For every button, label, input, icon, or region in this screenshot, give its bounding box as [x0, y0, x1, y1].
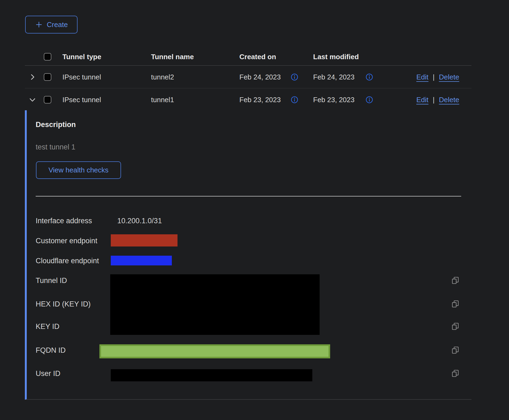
header-last-modified: Last modified	[313, 53, 359, 61]
cloudflare-endpoint-label: Cloudflare endpoint	[36, 256, 99, 266]
edit-link[interactable]: Edit	[416, 73, 428, 81]
tunnel-details-panel: Description test tunnel 1 View health ch…	[25, 110, 471, 400]
row-checkbox[interactable]	[44, 73, 51, 81]
table-header-row: Tunnel type Tunnel name Created on Last …	[25, 48, 471, 66]
customer-endpoint-redaction	[111, 234, 178, 246]
info-icon[interactable]	[290, 96, 299, 104]
key-id-label: KEY ID	[36, 321, 59, 332]
delete-link[interactable]: Delete	[439, 95, 459, 104]
created-on-cell: Feb 23, 2023	[239, 95, 281, 104]
info-icon[interactable]	[290, 73, 299, 81]
copy-icon	[451, 322, 460, 331]
description-label: Description	[36, 119, 76, 130]
tunnel-name-cell: tunnel1	[151, 95, 174, 104]
fqdn-id-label: FQDN ID	[36, 345, 66, 355]
plus-icon	[35, 21, 43, 29]
created-on-cell: Feb 24, 2023	[239, 73, 281, 81]
fqdn-id-redaction	[99, 344, 330, 358]
view-health-checks-button[interactable]: View health checks	[36, 161, 121, 179]
user-id-label: User ID	[36, 368, 61, 379]
create-button-label: Create	[47, 21, 68, 29]
section-divider	[36, 196, 461, 196]
create-button[interactable]: Create	[25, 16, 78, 34]
header-tunnel-type: Tunnel type	[62, 53, 101, 61]
tunnel-type-cell: IPsec tunnel	[62, 95, 101, 104]
hex-id-label: HEX ID (KEY ID)	[36, 299, 91, 309]
user-id-redaction	[111, 369, 312, 381]
interface-address-value: 10.200.1.0/31	[117, 216, 162, 226]
copy-user-id-button[interactable]	[451, 369, 460, 378]
tunnel-name-cell: tunnel2	[151, 73, 174, 81]
copy-fqdn-id-button[interactable]	[451, 346, 460, 355]
copy-icon	[451, 300, 460, 308]
last-modified-cell: Feb 24, 2023	[313, 73, 354, 81]
last-modified-cell: Feb 23, 2023	[313, 95, 354, 104]
edit-link[interactable]: Edit	[416, 95, 428, 104]
description-value: test tunnel 1	[36, 142, 75, 152]
ids-redaction	[110, 274, 320, 335]
tunnel-id-label: Tunnel ID	[36, 275, 67, 286]
chevron-down-icon[interactable]	[28, 95, 37, 104]
cloudflare-endpoint-redaction	[111, 256, 172, 265]
copy-icon	[451, 276, 460, 285]
header-created-on: Created on	[239, 53, 276, 61]
info-icon[interactable]	[365, 96, 373, 104]
interface-address-label: Interface address	[36, 216, 92, 226]
copy-icon	[451, 346, 460, 355]
info-icon[interactable]	[365, 73, 373, 81]
delete-link[interactable]: Delete	[439, 73, 459, 81]
row-checkbox[interactable]	[44, 96, 51, 104]
copy-icon	[451, 369, 460, 378]
action-separator: |	[433, 95, 435, 104]
customer-endpoint-label: Customer endpoint	[36, 236, 97, 246]
action-separator: |	[433, 73, 435, 81]
select-all-checkbox[interactable]	[44, 53, 51, 61]
copy-tunnel-id-button[interactable]	[451, 276, 460, 285]
ipsec-tunnels-page: Create Tunnel type Tunnel name Created o…	[0, 0, 509, 420]
copy-hex-id-button[interactable]	[451, 300, 460, 308]
table-row: IPsec tunnel tunnel2 Feb 24, 2023 Feb 24…	[25, 66, 471, 88]
tunnels-table: Tunnel type Tunnel name Created on Last …	[25, 48, 471, 111]
table-row: IPsec tunnel tunnel1 Feb 23, 2023 Feb 23…	[25, 88, 471, 111]
tunnel-type-cell: IPsec tunnel	[62, 73, 101, 81]
copy-key-id-button[interactable]	[451, 322, 460, 331]
chevron-right-icon[interactable]	[28, 73, 37, 81]
header-tunnel-name: Tunnel name	[151, 53, 194, 61]
